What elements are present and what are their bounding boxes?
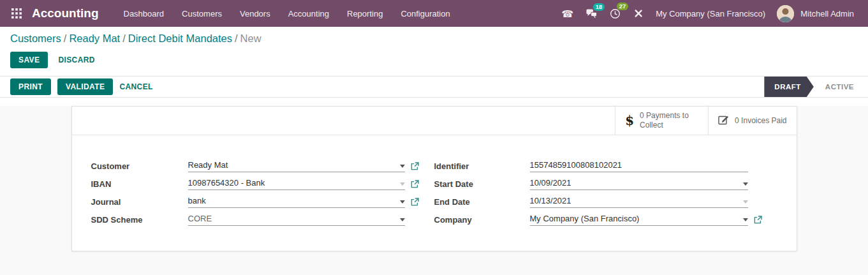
main-menu: Dashboard Customers Vendors Accounting R… xyxy=(115,4,459,24)
menu-vendors[interactable]: Vendors xyxy=(232,4,279,24)
customer-input[interactable]: Ready Mat xyxy=(188,160,405,172)
print-button[interactable]: PRINT xyxy=(10,78,51,95)
field-iban: IBAN 10987654320 - Bank xyxy=(91,175,434,193)
field-start-date: Start Date 10/09/2021 xyxy=(434,175,771,193)
activities-badge: 27 xyxy=(617,3,629,11)
end-date-input[interactable]: 10/13/2021 xyxy=(530,196,748,208)
company-dropdown-caret-icon[interactable] xyxy=(743,218,748,221)
company-external-link-icon[interactable] xyxy=(754,216,762,224)
breadcrumb-link-customers[interactable]: Customers xyxy=(10,33,61,44)
control-panel: Customers/Ready Mat/Direct Debit Mandate… xyxy=(0,27,868,76)
breadcrumb-link-direct-debit-mandates[interactable]: Direct Debit Mandates xyxy=(128,33,232,44)
company-input[interactable]: My Company (San Francisco) xyxy=(530,214,748,226)
field-journal: Journal bank xyxy=(91,193,434,211)
customer-external-link-icon[interactable] xyxy=(411,162,419,170)
validate-button[interactable]: VALIDATE xyxy=(57,78,113,95)
menu-configuration[interactable]: Configuration xyxy=(392,4,458,24)
content-area: $ 0 Payments to Collect 0 Invoices Paid … xyxy=(0,106,868,275)
field-customer: Customer Ready Mat xyxy=(91,157,434,175)
company-switcher[interactable]: My Company (San Francisco) xyxy=(651,9,770,19)
menu-accounting[interactable]: Accounting xyxy=(280,4,337,24)
field-end-date: End Date 10/13/2021 xyxy=(434,193,771,211)
iban-dropdown-caret-icon[interactable] xyxy=(400,182,405,186)
journal-input[interactable]: bank xyxy=(188,196,405,208)
form-sheet: $ 0 Payments to Collect 0 Invoices Paid … xyxy=(71,106,797,251)
invoices-paid-button[interactable]: 0 Invoices Paid xyxy=(708,107,796,135)
state-draft[interactable]: DRAFT xyxy=(764,77,813,97)
journal-external-link-icon[interactable] xyxy=(411,198,419,206)
customer-dropdown-caret-icon[interactable] xyxy=(400,165,405,168)
mandate-form: Customer Ready Mat IBAN xyxy=(72,135,797,228)
activities-clock-icon[interactable]: 27 xyxy=(604,4,626,23)
record-actions: SAVE DISCARD xyxy=(10,52,858,68)
messages-icon[interactable]: 18 xyxy=(580,5,603,22)
iban-external-link-icon[interactable] xyxy=(411,180,419,188)
dollar-icon: $ xyxy=(625,113,634,128)
state-stepper: DRAFT ACTIVE xyxy=(764,77,868,97)
customer-label: Customer xyxy=(91,161,188,171)
invoices-paid-label: 0 Invoices Paid xyxy=(735,116,786,126)
company-label: Company xyxy=(434,215,530,225)
cancel-button[interactable]: CANCEL xyxy=(119,82,152,91)
sdd-scheme-input[interactable]: CORE xyxy=(188,214,405,226)
identifier-input[interactable]: 15574859100808102021 xyxy=(530,160,748,172)
field-sdd-scheme: SDD Scheme CORE xyxy=(91,211,434,228)
stat-button-row: $ 0 Payments to Collect 0 Invoices Paid xyxy=(72,107,797,135)
state-active[interactable]: ACTIVE xyxy=(814,77,868,97)
sdd-scheme-dropdown-caret-icon[interactable] xyxy=(400,218,405,221)
iban-input[interactable]: 10987654320 - Bank xyxy=(188,178,405,190)
discard-button[interactable]: DISCARD xyxy=(58,56,94,64)
user-menu[interactable]: Mitchell Admin xyxy=(795,9,859,19)
field-company: Company My Company (San Francisco) xyxy=(434,211,771,228)
identifier-label: Identifier xyxy=(434,161,530,171)
iban-label: IBAN xyxy=(91,179,188,189)
statusbar: PRINT VALIDATE CANCEL DRAFT ACTIVE xyxy=(0,76,868,98)
breadcrumb: Customers/Ready Mat/Direct Debit Mandate… xyxy=(10,33,858,45)
tools-icon[interactable] xyxy=(628,4,649,22)
navbar-right: ☎ 18 27 My Company (San Francisco) xyxy=(556,4,859,23)
app-name[interactable]: Accounting xyxy=(32,6,99,20)
edit-pencil-icon xyxy=(718,114,729,128)
start-date-label: Start Date xyxy=(434,179,530,189)
menu-customers[interactable]: Customers xyxy=(173,4,230,24)
apps-grid-icon[interactable] xyxy=(6,3,27,24)
save-button[interactable]: SAVE xyxy=(10,52,48,68)
messages-badge: 18 xyxy=(593,3,605,11)
breadcrumb-link-ready-mat[interactable]: Ready Mat xyxy=(69,33,120,44)
end-date-label: End Date xyxy=(434,197,530,207)
top-navbar: Accounting Dashboard Customers Vendors A… xyxy=(0,0,868,27)
sdd-scheme-label: SDD Scheme xyxy=(91,215,188,225)
menu-reporting[interactable]: Reporting xyxy=(339,4,391,24)
user-avatar[interactable] xyxy=(777,5,794,22)
journal-dropdown-caret-icon[interactable] xyxy=(400,200,405,204)
phone-icon[interactable]: ☎ xyxy=(556,5,580,22)
payments-to-collect-label: 0 Payments to Collect xyxy=(640,111,698,130)
journal-label: Journal xyxy=(91,197,188,207)
field-identifier: Identifier 15574859100808102021 xyxy=(434,157,771,175)
end-date-dropdown-caret-icon[interactable] xyxy=(743,200,748,204)
payments-to-collect-button[interactable]: $ 0 Payments to Collect xyxy=(615,107,708,135)
start-date-dropdown-caret-icon[interactable] xyxy=(743,182,748,186)
breadcrumb-current: New xyxy=(240,33,261,44)
start-date-input[interactable]: 10/09/2021 xyxy=(530,178,748,190)
menu-dashboard[interactable]: Dashboard xyxy=(115,4,173,24)
